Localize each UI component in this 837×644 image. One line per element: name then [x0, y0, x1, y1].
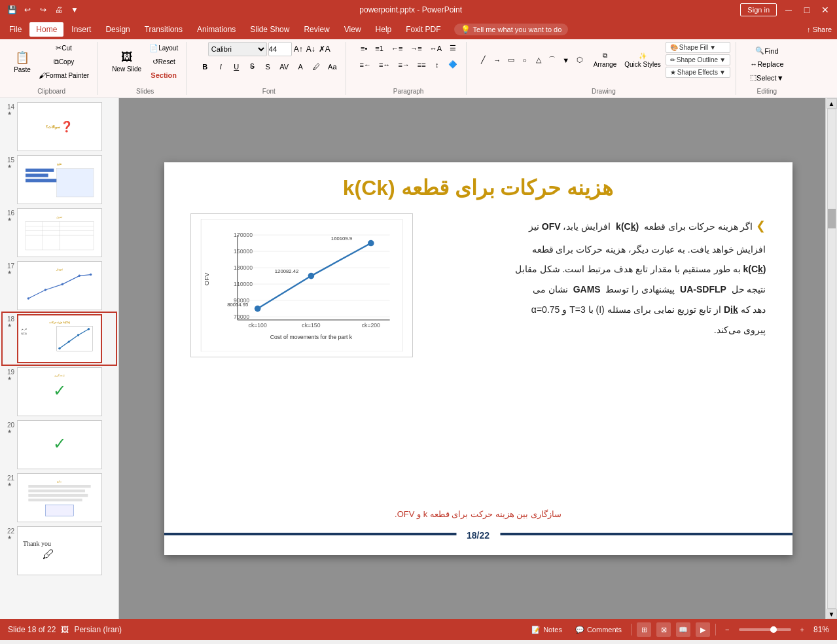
- slide-item-15[interactable]: 15 ★ نتایج: [3, 154, 116, 206]
- slideshow-view-button[interactable]: ▶: [696, 622, 710, 637]
- shape-oval[interactable]: ○: [518, 53, 531, 67]
- strikethrough-button[interactable]: S̶: [245, 60, 259, 73]
- columns-button[interactable]: ☰: [446, 42, 459, 54]
- shape-arrow[interactable]: →: [491, 53, 504, 67]
- font-size-increase[interactable]: A↑: [293, 43, 304, 55]
- char-spacing-button[interactable]: AV: [276, 61, 292, 73]
- menu-slideshow[interactable]: Slide Show: [243, 22, 296, 37]
- shape-triangle[interactable]: △: [532, 53, 545, 67]
- shape-outline-button[interactable]: ✏ Shape Outline ▼: [666, 54, 730, 65]
- increase-indent-button[interactable]: →≡: [407, 43, 425, 54]
- bullets-button[interactable]: ≡•: [357, 43, 370, 54]
- scroll-down[interactable]: ▼: [827, 609, 837, 619]
- scroll-track[interactable]: [827, 109, 836, 609]
- select-button[interactable]: ⬚ Select ▼: [747, 71, 787, 84]
- reset-button[interactable]: ↺ Reset: [146, 56, 181, 68]
- copy-button[interactable]: ⧉ Copy: [35, 56, 92, 68]
- print-icon[interactable]: 🖨: [52, 3, 65, 16]
- menu-transitions[interactable]: Transitions: [138, 22, 189, 37]
- italic-button[interactable]: I: [213, 61, 228, 73]
- menu-design[interactable]: Design: [99, 22, 136, 37]
- svg-point-23: [88, 328, 90, 330]
- slide-item-18[interactable]: 18 ★ هزینه حرکات k(Ck) اگر هزینه حرکات k…: [3, 313, 116, 365]
- align-left-button[interactable]: ≡←: [357, 59, 374, 71]
- shape-rect[interactable]: ▭: [505, 53, 518, 67]
- font-size-decrease[interactable]: A↓: [305, 43, 317, 55]
- reading-view-button[interactable]: 📖: [676, 622, 690, 637]
- justify-button[interactable]: ≡≡: [414, 59, 429, 71]
- slide-item-17[interactable]: 17 ★ نمودار: [3, 260, 116, 312]
- font-color-button[interactable]: A: [293, 61, 308, 73]
- restore-button[interactable]: □: [800, 3, 813, 16]
- customize-icon[interactable]: ▼: [68, 3, 81, 16]
- shape-more[interactable]: ▼: [560, 53, 573, 67]
- slide-title[interactable]: هزینه حرکات برای قطعه k(Ck): [164, 162, 792, 207]
- zoom-in-button[interactable]: +: [796, 624, 808, 635]
- arrange-button[interactable]: ⧉ Arrange: [590, 46, 620, 75]
- layout-button[interactable]: 📄 Layout: [146, 42, 181, 54]
- shape-fill-button[interactable]: 🎨 Shape Fill ▼: [666, 42, 730, 53]
- find-button[interactable]: 🔍 Find: [747, 45, 787, 57]
- slide-text-content[interactable]: ❯ اگر هزینه حرکات برای قطعه k(Ck) افزایش…: [426, 213, 766, 357]
- sign-in-button[interactable]: Sign in: [740, 3, 777, 16]
- slide-item-16[interactable]: 16 ★ جدول: [3, 207, 116, 259]
- font-size-input[interactable]: [268, 42, 292, 56]
- normal-view-button[interactable]: ⊞: [637, 622, 651, 637]
- line-spacing-button[interactable]: ↕: [431, 59, 444, 71]
- notes-button[interactable]: 📝 Notes: [527, 624, 566, 635]
- slide-item-21[interactable]: 21 ★ منابع: [3, 472, 116, 524]
- menu-view[interactable]: View: [338, 22, 368, 37]
- paste-button[interactable]: 📋 Paste: [10, 46, 34, 77]
- status-bar: Slide 18 of 22 🖼 Persian (Iran) 📝 Notes …: [0, 619, 837, 640]
- slide-item-20[interactable]: 20 ★ ✓: [3, 419, 116, 471]
- ribbon: 📋 Paste ✂ Cut ⧉ Copy 🖌 Format Painter Cl…: [0, 39, 837, 98]
- bold-button[interactable]: B: [198, 61, 212, 73]
- slide-panel[interactable]: 14 ★ سوالات؟ ❓ 15 ★ نتایج: [0, 98, 119, 619]
- slide-item-22[interactable]: 22 ★ Thank you 🖊: [3, 525, 116, 577]
- slide-sorter-button[interactable]: ⊠: [656, 622, 671, 637]
- shape-effects-button[interactable]: ★ Shape Effects ▼: [666, 67, 730, 78]
- scroll-up[interactable]: ▲: [827, 98, 837, 109]
- close-button[interactable]: ✕: [819, 3, 832, 16]
- redo-icon[interactable]: ↪: [37, 3, 50, 16]
- shape-extra[interactable]: ⬡: [573, 53, 586, 67]
- shape-connector[interactable]: ⌒: [546, 53, 559, 67]
- align-center-button[interactable]: ≡↔: [376, 59, 393, 71]
- main-slide[interactable]: هزینه حرکات برای قطعه k(Ck) ❯ اگر هزینه …: [164, 162, 792, 555]
- font-case-button[interactable]: Aa: [325, 61, 340, 73]
- text-highlight-button[interactable]: 🖊: [309, 61, 323, 73]
- font-face-select[interactable]: Calibri: [208, 42, 267, 56]
- menu-help[interactable]: Help: [369, 22, 399, 37]
- share-button[interactable]: ↑ Share: [807, 25, 834, 34]
- section-button[interactable]: Section: [146, 69, 181, 81]
- new-slide-button[interactable]: 🖼 New Slide: [109, 46, 145, 77]
- minimize-button[interactable]: ─: [782, 3, 795, 16]
- align-right-button[interactable]: ≡→: [395, 59, 412, 71]
- zoom-out-button[interactable]: −: [721, 624, 733, 635]
- format-painter-button[interactable]: 🖌 Format Painter: [35, 69, 92, 81]
- shape-line[interactable]: ╱: [477, 53, 490, 67]
- quick-styles-button[interactable]: ✨ Quick Styles: [621, 46, 664, 75]
- text-direction-button[interactable]: ↔A: [427, 43, 445, 54]
- clear-formatting-button[interactable]: ✗A: [318, 43, 330, 55]
- cut-button[interactable]: ✂ Cut: [35, 42, 92, 54]
- menu-foxit[interactable]: Foxit PDF: [399, 22, 447, 37]
- slide-item-14[interactable]: 14 ★ سوالات؟ ❓: [3, 101, 116, 152]
- underline-button[interactable]: U: [229, 61, 243, 73]
- save-icon[interactable]: 💾: [5, 3, 18, 16]
- menu-insert[interactable]: Insert: [65, 22, 98, 37]
- zoom-slider[interactable]: [739, 628, 791, 631]
- replace-button[interactable]: ↔ Replace: [747, 58, 787, 70]
- tell-me-bar[interactable]: 💡 Tell me what you want to do: [454, 24, 569, 35]
- menu-file[interactable]: File: [3, 22, 28, 37]
- menu-home[interactable]: Home: [29, 22, 63, 37]
- smart-art-button[interactable]: 🔷: [445, 58, 461, 71]
- numbering-button[interactable]: ≡1: [372, 43, 387, 54]
- decrease-indent-button[interactable]: ←≡: [388, 43, 406, 54]
- comments-button[interactable]: 💬 Comments: [571, 624, 626, 635]
- shadow-button[interactable]: S: [260, 61, 275, 73]
- menu-animations[interactable]: Animations: [190, 22, 242, 37]
- undo-icon[interactable]: ↩: [21, 3, 34, 16]
- menu-review[interactable]: Review: [297, 22, 336, 37]
- slide-item-19[interactable]: 19 ★ نتیجه‌گیری ✓: [3, 366, 116, 418]
